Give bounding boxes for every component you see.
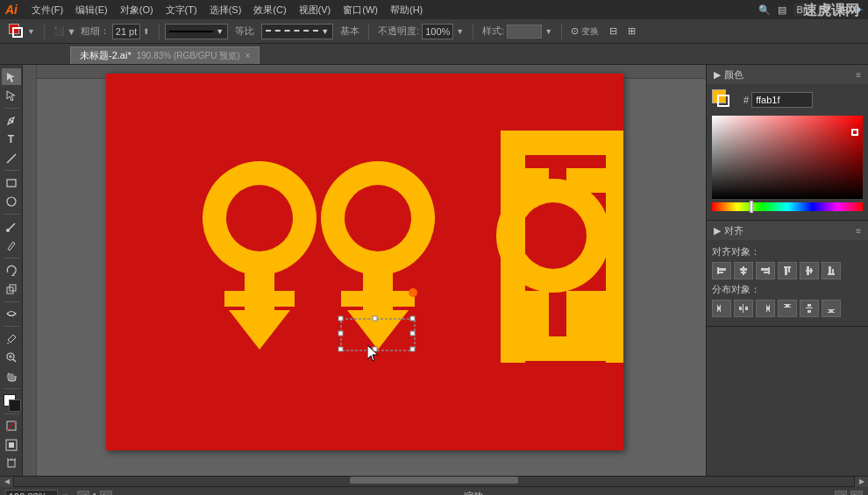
line-tool[interactable] bbox=[2, 150, 21, 166]
scroll-thumb[interactable] bbox=[350, 477, 518, 484]
svg-point-5 bbox=[7, 197, 16, 206]
scroll-right-btn[interactable]: ▶ bbox=[854, 477, 868, 487]
color-gradient[interactable] bbox=[712, 116, 863, 199]
rotate-tool[interactable] bbox=[2, 262, 21, 279]
color-boxes[interactable] bbox=[2, 392, 21, 409]
dist-middle-v-btn[interactable] bbox=[800, 300, 819, 317]
left-toolbar: T bbox=[0, 65, 23, 476]
page-number: 1 bbox=[92, 491, 97, 496]
pencil-tool[interactable] bbox=[2, 237, 21, 253]
menu-help[interactable]: 帮助(H) bbox=[385, 2, 428, 18]
zoom-tool[interactable] bbox=[2, 349, 21, 365]
menu-effect[interactable]: 效果(C) bbox=[248, 2, 291, 18]
next-page-btn[interactable]: ▶ bbox=[100, 491, 112, 496]
prev-page-btn[interactable]: ◀ bbox=[77, 491, 89, 496]
brush-tool[interactable] bbox=[2, 218, 21, 235]
color-swatch-stack[interactable] bbox=[712, 89, 733, 110]
canvas-area[interactable] bbox=[23, 65, 706, 476]
zoom-dropdown[interactable]: ▼ bbox=[60, 491, 70, 496]
warp-tool[interactable] bbox=[2, 306, 21, 322]
menu-select[interactable]: 选择(S) bbox=[204, 2, 247, 18]
menu-object[interactable]: 对象(O) bbox=[115, 2, 159, 18]
stroke-style-dropdown[interactable]: ▼ bbox=[165, 24, 228, 39]
svg-point-28 bbox=[345, 185, 411, 251]
document-tab[interactable]: 未标题-2.ai* 190.83% (RGB/GPU 预览) × bbox=[70, 46, 260, 64]
pen-tool[interactable] bbox=[2, 112, 21, 129]
align-middle-v-btn[interactable] bbox=[800, 262, 819, 279]
menu-window[interactable]: 窗口(W) bbox=[338, 2, 383, 18]
scale-tool[interactable] bbox=[2, 280, 21, 297]
arrange-btn[interactable]: ⊟ bbox=[606, 24, 621, 39]
artboard-icon bbox=[5, 457, 18, 470]
weight-arrows[interactable]: ⬆ bbox=[143, 27, 150, 36]
hand-tool[interactable] bbox=[2, 368, 21, 385]
direct-select-tool[interactable] bbox=[2, 87, 21, 103]
color-panel-content: # bbox=[707, 84, 868, 220]
menu-view[interactable]: 视图(V) bbox=[294, 2, 337, 18]
stroke-dropdown[interactable]: ▼ bbox=[27, 27, 35, 36]
svg-rect-83 bbox=[808, 304, 811, 307]
align-center-h-btn[interactable] bbox=[734, 262, 753, 279]
svg-rect-43 bbox=[338, 316, 343, 321]
svg-rect-87 bbox=[829, 309, 833, 312]
scroll-left-btn[interactable]: ◀ bbox=[0, 477, 14, 487]
selection-tool[interactable] bbox=[2, 68, 21, 85]
color-section: ▶ 颜色 ≡ # bbox=[707, 65, 868, 221]
menu-text[interactable]: 文字(T) bbox=[160, 2, 203, 18]
dist-left-btn[interactable] bbox=[712, 300, 731, 317]
menu-file[interactable]: 文件(F) bbox=[26, 2, 68, 18]
color-panel-header[interactable]: ▶ 颜色 ≡ bbox=[707, 65, 868, 84]
stroke-base-dropdown[interactable]: ▼ bbox=[261, 24, 333, 39]
svg-rect-52 bbox=[717, 267, 719, 274]
h-scrollbar[interactable]: ◀ ▶ bbox=[0, 476, 868, 486]
stroke-swatch[interactable] bbox=[717, 95, 729, 107]
drawing-mode-btn[interactable] bbox=[2, 436, 21, 453]
artboard[interactable] bbox=[106, 74, 623, 450]
align-panel-menu[interactable]: ≡ bbox=[856, 226, 861, 236]
weight-input[interactable]: 21 pt bbox=[112, 24, 140, 39]
color-panel-menu[interactable]: ≡ bbox=[856, 70, 861, 80]
style-arrow[interactable]: ▼ bbox=[544, 27, 552, 36]
align-bottom-btn[interactable] bbox=[822, 262, 841, 279]
transform-btn[interactable]: ⊙ 变换 bbox=[567, 24, 602, 39]
dist-center-h-btn[interactable] bbox=[734, 300, 753, 317]
opacity-input[interactable]: 100% bbox=[422, 24, 453, 39]
hue-bar[interactable] bbox=[712, 202, 863, 211]
artboard-tool[interactable] bbox=[2, 456, 21, 472]
menu-edit[interactable]: 编辑(E) bbox=[70, 2, 113, 18]
style-preview[interactable] bbox=[507, 25, 542, 39]
scroll-track[interactable] bbox=[14, 477, 854, 487]
play-back-btn[interactable]: ◀ bbox=[835, 491, 847, 496]
dist-right-btn[interactable] bbox=[756, 300, 775, 317]
dist-bottom-btn[interactable] bbox=[822, 300, 841, 317]
align-right-btn[interactable] bbox=[756, 262, 775, 279]
zoom-input[interactable] bbox=[5, 490, 58, 496]
sep2 bbox=[159, 24, 160, 39]
zoom-label: 缩放 bbox=[464, 491, 483, 495]
adobe-account[interactable]: ▤ bbox=[778, 4, 786, 16]
svg-rect-65 bbox=[807, 266, 809, 275]
color-hex-area: # bbox=[743, 92, 813, 108]
stroke-color[interactable] bbox=[9, 400, 21, 412]
more-btn[interactable]: ⊞ bbox=[624, 24, 639, 39]
align-top-btn[interactable] bbox=[778, 262, 797, 279]
text-tool[interactable]: T bbox=[2, 131, 21, 147]
hex-input[interactable] bbox=[751, 92, 813, 108]
color-panel-title: 颜色 bbox=[724, 68, 743, 81]
dist-top-btn[interactable] bbox=[778, 300, 797, 317]
align-panel-header[interactable]: ▶ 对齐 ≡ bbox=[707, 221, 868, 240]
align-left-btn[interactable] bbox=[712, 262, 731, 279]
ellipse-tool[interactable] bbox=[2, 194, 21, 210]
opacity-arrow[interactable]: ▼ bbox=[456, 27, 464, 36]
search-icon[interactable]: 🔍 bbox=[758, 4, 771, 16]
tool-sep4 bbox=[4, 258, 19, 258]
rect-tool[interactable] bbox=[2, 174, 21, 191]
tab-close-btn[interactable]: × bbox=[245, 51, 251, 60]
fill-none-btn[interactable] bbox=[2, 418, 21, 435]
play-fwd-btn[interactable]: ▶ bbox=[850, 491, 863, 496]
align-panel-collapse: ▶ bbox=[714, 225, 721, 237]
stroke-color-btn[interactable]: ▼ bbox=[5, 22, 39, 41]
toolbar: ▼ ⬛ ▼ 粗细： 21 pt ⬆ ▼ 等比 ▼ 基本 不透明度: 100% ▼… bbox=[0, 19, 868, 44]
app-logo: Ai bbox=[5, 3, 18, 17]
eyedropper-tool[interactable] bbox=[2, 330, 21, 347]
